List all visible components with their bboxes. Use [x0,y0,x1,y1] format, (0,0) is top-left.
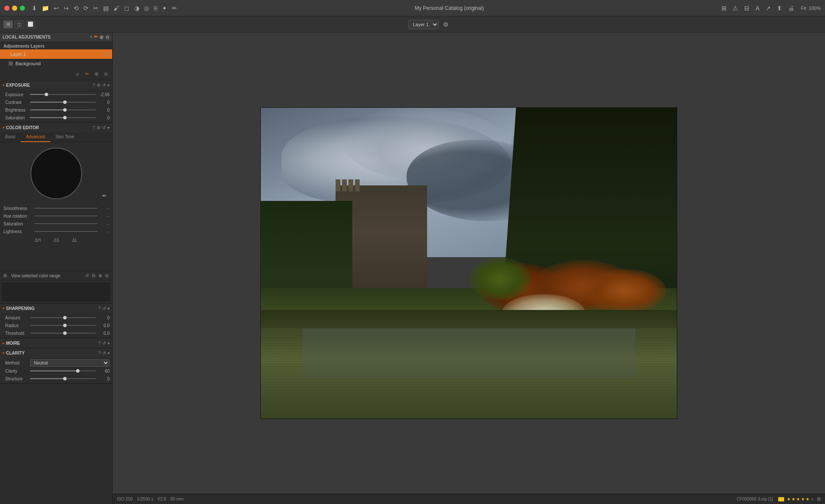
ce-settings-icon[interactable]: ⚙ [97,125,101,130]
structure-thumb[interactable] [63,377,67,380]
adj-remove-icon[interactable]: ⊖ [102,70,110,78]
local-adj-icon2[interactable]: ✏ [94,34,98,40]
ce-reset-icon[interactable]: ↺ [102,125,106,130]
adj-add-icon[interactable]: ⊕ [92,70,100,78]
method-select[interactable]: Neutral [30,359,110,367]
tab-advanced[interactable]: Advanced [21,132,50,142]
print-icon[interactable]: 🖨 [786,4,796,12]
grid-view-icon[interactable]: ⊞ [720,4,728,12]
exp-reset-icon[interactable]: ↺ [102,83,106,88]
radius-track[interactable] [30,325,96,326]
layer-selector[interactable]: Layer 1 [408,20,439,29]
heal-icon[interactable]: ✦ [160,4,169,12]
delta-h-button[interactable]: ΔH [35,238,41,243]
share-icon[interactable]: ⬆ [775,4,784,12]
layer-item-layer1[interactable]: Layer 1 👁 [0,49,112,59]
color-wheel[interactable] [31,148,82,199]
clarity-header[interactable]: ▾ CLARITY ? ↺ ▾ [0,348,112,358]
sharp-collapse-icon[interactable]: ▾ [107,306,110,311]
redo-icon[interactable]: ↪ [62,4,70,12]
tab-skin-tone[interactable]: Skin Tone [50,132,79,142]
star-2[interactable]: ★ [791,497,795,501]
single-view-button[interactable]: ◫ [15,21,24,28]
maximize-button[interactable] [20,6,25,11]
radial-icon[interactable]: ◎ [142,4,151,12]
moire-collapse-icon[interactable]: ▾ [107,341,110,346]
sharp-help-icon[interactable]: ? [98,306,101,311]
clarity-track[interactable] [30,370,96,371]
threshold-track[interactable] [30,333,96,334]
save-icon[interactable]: ⬇ [30,4,39,12]
brightness-track[interactable] [30,109,96,110]
vcr-remove-icon[interactable]: ⊖ [105,273,109,279]
hue-rotation-track[interactable] [34,216,98,216]
adj-pen-icon[interactable]: ✏ [83,70,91,78]
star-3[interactable]: ★ [796,497,800,501]
moire-help-icon[interactable]: ? [98,341,101,346]
crop-icon[interactable]: ✂ [92,4,100,12]
rotate-right-icon[interactable]: ⟳ [82,4,90,12]
minimize-button[interactable] [12,6,17,11]
eyedropper-button[interactable]: ✒ [102,192,107,199]
delta-s-button[interactable]: ΔS [54,238,59,243]
sharpening-header[interactable]: ▾ SHARPENING ? ↺ ▾ [0,304,112,313]
color-editor-header[interactable]: ▾ COLOR EDITOR ? ⚙ ↺ ▾ [0,123,112,132]
close-button[interactable] [4,6,9,11]
saturation-exp-thumb[interactable] [63,116,67,119]
open-icon[interactable]: 📁 [40,4,51,12]
levels-icon[interactable]: ▤ [101,4,110,12]
star-6[interactable]: ★ [810,497,814,501]
saturation-exp-track[interactable] [30,117,96,118]
brightness-thumb[interactable] [63,108,67,112]
smoothness-track[interactable] [34,208,98,209]
vcr-add-icon[interactable]: ⊕ [98,273,102,279]
arrow-icon[interactable]: ↗ [764,4,773,12]
amount-track[interactable] [30,317,96,318]
clone-icon[interactable]: ⎘ [152,4,159,12]
local-adj-icon1[interactable]: ≡ [90,34,92,40]
radius-thumb[interactable] [63,324,67,327]
exp-collapse-icon[interactable]: ▾ [107,83,110,88]
filmstrip-view-button[interactable]: ⬜ [26,21,35,28]
pen-icon[interactable]: ✏ [170,4,179,12]
clarity-collapse-icon[interactable]: ▾ [107,351,110,355]
saturation-ce-track[interactable] [34,223,98,224]
warning-icon[interactable]: ⚠ [731,4,740,12]
exposure-thumb[interactable] [45,93,48,96]
tab-basic[interactable]: Basic [0,132,21,142]
clarity-reset-icon[interactable]: ↺ [102,351,106,355]
vcr-settings-icon[interactable]: ⚙ [92,273,96,279]
layer-visibility-layer1[interactable]: 👁 [104,52,109,57]
star-1[interactable]: ★ [787,497,791,501]
exp-help-icon[interactable]: ? [92,83,95,88]
brush-icon[interactable]: 🖌 [112,4,121,12]
amount-thumb[interactable] [63,316,67,319]
moire-reset-icon[interactable]: ↺ [102,341,106,346]
star-4[interactable]: ★ [801,497,805,501]
delta-l-button[interactable]: ΔL [72,238,77,243]
panels-icon[interactable]: ⊟ [742,4,751,12]
star-5[interactable]: ★ [806,497,810,501]
contrast-thumb[interactable] [63,100,67,104]
local-adj-remove-icon[interactable]: ⊖ [105,34,110,40]
structure-track[interactable] [30,378,96,379]
threshold-thumb[interactable] [63,331,67,335]
grid-view-button[interactable]: ⊞ [3,21,13,28]
local-adj-add-icon[interactable]: ⊕ [99,34,104,40]
grid-status-icon[interactable]: ⊞ [817,496,821,502]
undo-icon[interactable]: ↩ [52,4,61,12]
eraser-icon[interactable]: ◻ [122,4,131,12]
vcr-refresh-icon[interactable]: ↺ [85,273,89,279]
moire-header[interactable]: ▸ MOIRE ? ↺ ▾ [0,338,112,348]
image-canvas[interactable] [113,33,825,494]
clarity-thumb[interactable] [76,369,79,373]
gradient-icon[interactable]: ◑ [132,4,141,12]
star-rating[interactable]: ★ ★ ★ ★ ★ ★ [787,497,814,501]
adj-move-icon[interactable]: ≡ [73,70,81,78]
exposure-track[interactable] [30,94,96,95]
layer-item-background[interactable]: Background [0,59,112,68]
sharp-reset-icon[interactable]: ↺ [102,306,106,311]
text-icon[interactable]: A [754,4,761,12]
ce-collapse-icon[interactable]: ▾ [107,125,110,130]
layer-settings-icon[interactable]: ⚙ [441,20,450,29]
